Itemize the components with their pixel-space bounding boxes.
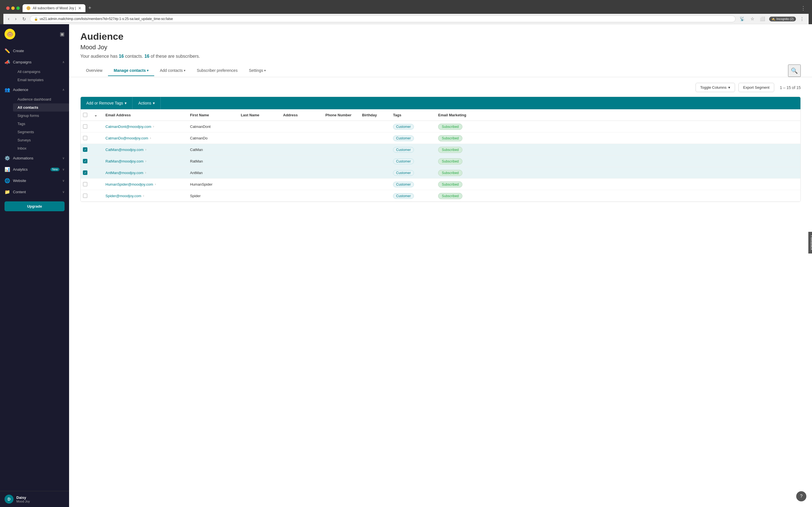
row-email-link-6[interactable]: Spider@moodjoy.com — [105, 194, 141, 198]
tab-manage-contacts[interactable]: Manage contacts ▾ — [108, 65, 154, 76]
bookmark-button[interactable]: ☆ — [749, 15, 756, 22]
th-email[interactable]: Email Address — [103, 110, 188, 121]
row-checkbox-3[interactable]: ✓ — [83, 159, 87, 163]
th-sort[interactable]: ⌄ — [92, 110, 103, 121]
row-sort-cell-0 — [92, 123, 103, 130]
row-email-link-0[interactable]: CatmanDont@moodjoy.com — [105, 124, 151, 129]
sidebar-item-campaigns[interactable]: 📣 Campaigns ∧ — [0, 56, 69, 68]
row-marketing-cell-1: Subscribed — [436, 133, 481, 144]
row-email-arrow-2: › — [145, 148, 146, 152]
row-select-cell-2[interactable]: ✓ — [81, 144, 92, 155]
row-select-cell-0[interactable] — [81, 121, 92, 132]
row-tag-badge-3: Customer — [393, 159, 414, 164]
sidebar-item-create[interactable]: ✏️ Create — [0, 45, 69, 56]
row-select-cell-5[interactable] — [81, 179, 92, 190]
row-tag-badge-6: Customer — [393, 193, 414, 199]
row-select-cell-1[interactable] — [81, 132, 92, 144]
row-sort-cell-3 — [92, 158, 103, 165]
row-tags-cell-1: Customer — [391, 133, 436, 144]
actions-button[interactable]: Actions ▾ — [133, 97, 161, 109]
select-all-checkbox[interactable] — [83, 113, 87, 117]
th-email-marketing: Email Marketing — [436, 110, 481, 121]
sidebar-item-audience[interactable]: 👥 Audience ∧ — [0, 84, 69, 95]
row-select-cell-6[interactable] — [81, 190, 92, 202]
toggle-columns-chevron: ▾ — [728, 86, 730, 90]
row-email-arrow-1: › — [150, 136, 151, 140]
tab-subscriber-preferences-label: Subscriber preferences — [197, 68, 238, 73]
upgrade-button[interactable]: Upgrade — [4, 202, 64, 211]
address-bar[interactable]: 🔒 us21.admin.mailchimp.com/lists/members… — [30, 15, 735, 22]
row-email-link-1[interactable]: CatmanDo@moodjoy.com — [105, 136, 148, 140]
main-header: Audience Mood Joy Your audience has 16 c… — [69, 24, 812, 77]
toggle-columns-button[interactable]: Toggle Columns ▾ — [696, 83, 735, 92]
row-select-cell-4[interactable]: ✓ — [81, 167, 92, 178]
sidebar-item-surveys[interactable]: Surveys — [13, 136, 69, 144]
split-view-button[interactable]: ⬜ — [758, 15, 767, 22]
row-tags-cell-0: Customer — [391, 121, 436, 132]
row-checkbox-1[interactable] — [83, 136, 87, 140]
th-birthday: Birthday — [360, 110, 391, 121]
feedback-tab[interactable]: Feedback — [808, 232, 812, 253]
tab-overview[interactable]: Overview — [80, 65, 108, 76]
sidebar-item-all-contacts[interactable]: All contacts — [13, 103, 69, 112]
row-email-cell-1: CatmanDo@moodjoy.com › — [103, 133, 188, 144]
row-checkbox-4[interactable]: ✓ — [83, 170, 87, 175]
close-traffic-light[interactable] — [6, 6, 10, 10]
content-chevron: ∨ — [62, 190, 64, 194]
tab-close-button[interactable]: ✕ — [78, 6, 82, 10]
row-email-link-4[interactable]: AntMan@moodjoy.com — [105, 171, 143, 175]
sidebar-item-audience-dashboard[interactable]: Audience dashboard — [13, 95, 69, 103]
sidebar-item-email-templates[interactable]: Email templates — [13, 76, 69, 84]
forward-button[interactable]: › — [13, 16, 18, 22]
incognito-badge: 🕵️ Incognito (2) — [769, 17, 796, 21]
sidebar-item-inbox[interactable]: Inbox — [13, 144, 69, 152]
sidebar-item-analytics[interactable]: 📊 Analytics New ∨ — [0, 164, 69, 175]
tab-add-contacts[interactable]: Add contacts ▾ — [154, 65, 191, 76]
new-tab-button[interactable]: + — [86, 4, 94, 12]
active-tab[interactable]: 🐵 All subscribers of Mood Joy | ✕ — [22, 4, 86, 12]
row-marketing-cell-2: Subscribed — [436, 144, 481, 155]
row-checkbox-0[interactable] — [83, 124, 87, 129]
sidebar-item-content[interactable]: 📁 Content ∨ — [0, 186, 69, 198]
row-email-link-2[interactable]: CatMan@moodjoy.com — [105, 148, 144, 152]
row-email-link-5[interactable]: HumanSpider@moodjoy.com — [105, 182, 153, 186]
tab-subscriber-preferences[interactable]: Subscriber preferences — [191, 65, 243, 76]
browser-more-button[interactable]: ⋮ — [801, 5, 806, 11]
row-phone-cell-5 — [323, 181, 360, 187]
tab-manage-contacts-label: Manage contacts — [114, 68, 146, 73]
audience-submenu: Audience dashboard All contacts Signup f… — [0, 95, 69, 152]
back-button[interactable]: ‹ — [6, 16, 11, 22]
fullscreen-traffic-light[interactable] — [16, 6, 20, 10]
row-checkbox-6[interactable] — [83, 193, 87, 198]
export-segment-button[interactable]: Export Segment — [739, 83, 774, 92]
row-tag-badge-4: Customer — [393, 170, 414, 176]
sidebar-item-all-campaigns[interactable]: All campaigns — [13, 68, 69, 76]
add-remove-tags-button[interactable]: Add or Remove Tags ▾ — [81, 97, 133, 109]
row-tag-badge-2: Customer — [393, 147, 414, 153]
cast-button[interactable]: 📡 — [738, 15, 747, 22]
row-lastname-cell-1 — [239, 135, 281, 142]
row-select-cell-3[interactable]: ✓ — [81, 156, 92, 167]
sidebar-item-website[interactable]: 🌐 Website ∨ — [0, 175, 69, 186]
browser-top: 🐵 All subscribers of Mood Joy | ✕ + ⋮ — [3, 2, 809, 12]
row-checkbox-5[interactable] — [83, 182, 87, 186]
reload-button[interactable]: ↻ — [20, 16, 28, 22]
th-phone: Phone Number — [323, 110, 360, 121]
row-checkbox-2[interactable]: ✓ — [83, 147, 87, 152]
th-select[interactable] — [81, 109, 92, 121]
sidebar-item-segments[interactable]: Segments — [13, 128, 69, 136]
sidebar-item-signup-forms[interactable]: Signup forms — [13, 112, 69, 120]
analytics-chevron: ∨ — [62, 168, 64, 171]
incognito-icon: 🕵️ — [771, 17, 775, 21]
sidebar-item-tags[interactable]: Tags — [13, 120, 69, 128]
browser-menu-button[interactable]: ⋮ — [798, 15, 806, 22]
table-row: CatmanDont@moodjoy.com › CatmanDont Cust… — [81, 121, 801, 132]
minimize-traffic-light[interactable] — [11, 6, 15, 10]
sidebar-toggle-button[interactable]: ▣ — [60, 31, 64, 37]
help-button[interactable]: ? — [796, 491, 806, 501]
tab-settings[interactable]: Settings ▾ — [243, 65, 272, 76]
row-email-link-3[interactable]: RatMan@moodjoy.com — [105, 159, 144, 163]
sidebar-item-automations[interactable]: ⚙️ Automations ∨ — [0, 152, 69, 164]
search-button[interactable]: 🔍 — [788, 64, 801, 77]
analytics-new-badge: New — [50, 168, 59, 171]
